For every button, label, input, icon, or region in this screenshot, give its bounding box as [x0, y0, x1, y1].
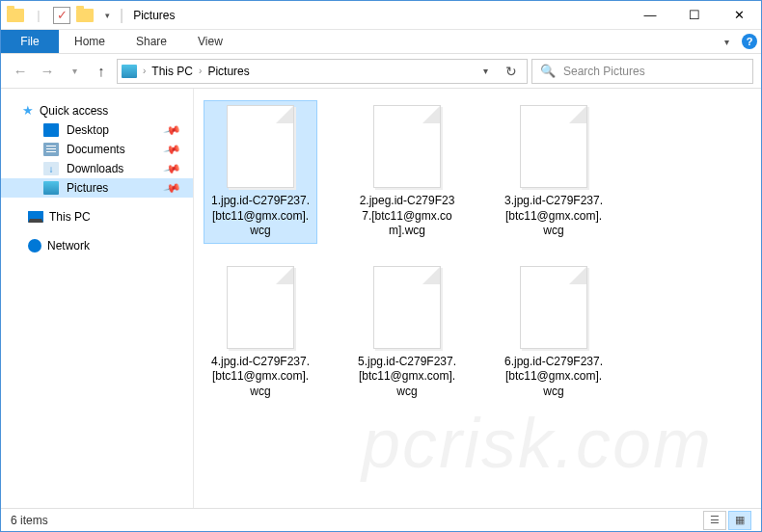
content-pane[interactable]: 1.jpg.id-C279F237.[btc11@gmx.com].wcg2.j…	[194, 89, 761, 508]
search-box[interactable]: 🔍 Search Pictures	[531, 59, 753, 84]
quick-access-label: Quick access	[40, 104, 108, 118]
file-tab[interactable]: File	[1, 30, 59, 53]
sidebar-item-desktop[interactable]: Desktop📌	[1, 120, 193, 140]
main-area: ★ Quick access Desktop📌Documents📌Downloa…	[1, 89, 761, 508]
pin-icon: 📌	[163, 140, 182, 159]
maximize-button[interactable]: ☐	[672, 1, 717, 29]
tab-view[interactable]: View	[182, 30, 238, 53]
folder-icon	[5, 5, 26, 26]
address-dropdown-icon[interactable]: ▾	[477, 66, 494, 76]
file-name: 2.jpeg.id-C279F237.[btc11@gmx.com].wcg	[355, 194, 459, 239]
address-row: ← → ▾ ↑ › This PC › Pictures ▾ ↻ 🔍 Searc…	[1, 54, 761, 89]
file-item[interactable]: 6.jpg.id-C279F237.[btc11@gmx.com].wcg	[497, 261, 611, 405]
file-name: 3.jpg.id-C279F237.[btc11@gmx.com].wcg	[502, 194, 606, 239]
file-name: 1.jpg.id-C279F237.[btc11@gmx.com].wcg	[208, 194, 313, 239]
nav-forward-button[interactable]: →	[36, 60, 59, 83]
file-item[interactable]: 3.jpg.id-C279F237.[btc11@gmx.com].wcg	[497, 100, 611, 244]
file-name: 5.jpg.id-C279F237.[btc11@gmx.com].wcg	[355, 355, 459, 400]
network-node[interactable]: Network	[1, 236, 193, 255]
star-icon: ★	[22, 103, 34, 118]
sidebar-item-label: Pictures	[67, 181, 108, 195]
minimize-button[interactable]: —	[628, 1, 672, 29]
file-item[interactable]: 2.jpeg.id-C279F237.[btc11@gmx.com].wcg	[350, 100, 464, 244]
file-thumbnail-icon	[520, 105, 587, 188]
doc-icon	[43, 143, 59, 156]
ribbon-expand-icon[interactable]: ▾	[715, 30, 738, 53]
chevron-right-icon: ›	[143, 66, 146, 76]
tab-share[interactable]: Share	[121, 30, 182, 53]
qat-dropdown-icon[interactable]: ▾	[99, 11, 116, 20]
help-button[interactable]: ?	[738, 30, 761, 53]
file-item[interactable]: 1.jpg.id-C279F237.[btc11@gmx.com].wcg	[204, 100, 317, 244]
details-view-button[interactable]: ☰	[703, 511, 726, 530]
sidebar-item-downloads[interactable]: Downloads📌	[1, 159, 193, 178]
breadcrumb-pictures[interactable]: Pictures	[207, 65, 249, 78]
desktop-icon	[43, 123, 59, 137]
search-placeholder: Search Pictures	[563, 65, 645, 78]
sidebar-item-pictures[interactable]: Pictures📌	[1, 178, 193, 198]
new-folder-icon[interactable]	[74, 5, 95, 26]
down-icon	[43, 162, 59, 175]
properties-checkbox-icon[interactable]: ✓	[51, 5, 72, 26]
file-name: 4.jpg.id-C279F237.[btc11@gmx.com].wcg	[208, 355, 313, 400]
pic-icon	[43, 181, 59, 195]
search-icon: 🔍	[540, 64, 556, 78]
tab-home[interactable]: Home	[59, 30, 121, 53]
pictures-icon	[122, 65, 137, 78]
quick-access-header[interactable]: ★ Quick access	[1, 100, 193, 120]
chevron-right-icon: ›	[199, 66, 202, 76]
close-button[interactable]: ✕	[717, 1, 761, 29]
file-name: 6.jpg.id-C279F237.[btc11@gmx.com].wcg	[502, 355, 606, 400]
quick-access-toolbar: | ✓	[1, 5, 99, 26]
file-item[interactable]: 5.jpg.id-C279F237.[btc11@gmx.com].wcg	[350, 261, 464, 405]
window-title: Pictures	[127, 9, 628, 22]
nav-back-button[interactable]: ←	[9, 60, 32, 83]
address-bar[interactable]: › This PC › Pictures ▾ ↻	[117, 59, 528, 84]
file-grid: 1.jpg.id-C279F237.[btc11@gmx.com].wcg2.j…	[204, 100, 751, 405]
refresh-button[interactable]: ↻	[500, 64, 523, 79]
sidebar-item-label: Downloads	[67, 162, 123, 175]
file-thumbnail-icon	[227, 105, 294, 188]
pin-icon: 📌	[163, 178, 182, 198]
breadcrumb-this-pc[interactable]: This PC	[151, 65, 193, 78]
titlebar-divider: |	[116, 7, 127, 24]
sidebar-item-label: Desktop	[67, 123, 109, 137]
sidebar-item-documents[interactable]: Documents📌	[1, 140, 193, 159]
pin-icon: 📌	[163, 159, 182, 178]
file-thumbnail-icon	[373, 266, 441, 349]
this-pc-node[interactable]: This PC	[1, 207, 193, 226]
network-icon	[28, 239, 41, 253]
navigation-pane: ★ Quick access Desktop📌Documents📌Downloa…	[1, 89, 194, 508]
network-label: Network	[47, 239, 90, 253]
title-bar: | ✓ ▾ | Pictures — ☐ ✕	[1, 1, 761, 30]
file-item[interactable]: 4.jpg.id-C279F237.[btc11@gmx.com].wcg	[204, 261, 317, 405]
status-bar: 6 items ☰ ▦	[1, 508, 761, 531]
this-pc-label: This PC	[49, 210, 91, 224]
qat-divider: |	[28, 5, 49, 26]
item-count: 6 items	[11, 514, 48, 527]
pin-icon: 📌	[163, 120, 182, 140]
ribbon-tabs: File Home Share View ▾ ?	[1, 30, 761, 54]
nav-recent-dropdown-icon[interactable]: ▾	[63, 60, 86, 83]
sidebar-item-label: Documents	[67, 143, 125, 156]
file-thumbnail-icon	[520, 266, 587, 349]
icons-view-button[interactable]: ▦	[728, 511, 751, 530]
file-thumbnail-icon	[373, 105, 441, 188]
pc-icon	[28, 211, 43, 223]
nav-up-button[interactable]: ↑	[90, 60, 113, 83]
file-thumbnail-icon	[227, 266, 294, 349]
help-icon: ?	[742, 34, 757, 49]
